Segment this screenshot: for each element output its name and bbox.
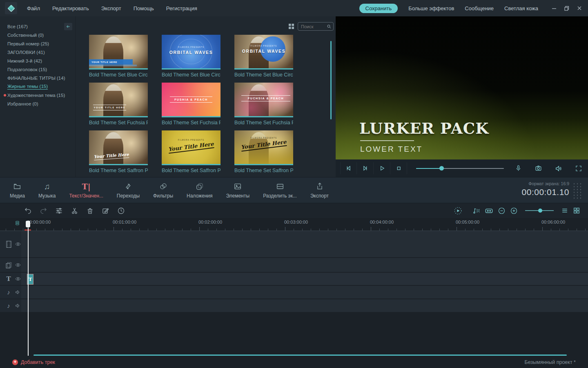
timeline: 00:00:00:00 00:01:00:00 00:02:00:00 00:0… bbox=[0, 218, 588, 368]
tab-text[interactable]: T| Текст/Значен... bbox=[65, 177, 107, 203]
category-lower-3rd[interactable]: Нижний 3-й (42) bbox=[0, 56, 75, 65]
duration-button[interactable] bbox=[117, 206, 125, 215]
video-track-icon bbox=[3, 240, 14, 249]
pip-track[interactable] bbox=[0, 258, 588, 272]
tab-elements[interactable]: Элементы bbox=[222, 177, 254, 203]
audio-track-2-mute-toggle[interactable] bbox=[15, 303, 21, 309]
category-bold-themes[interactable]: Жирные темы (15) bbox=[0, 82, 75, 91]
tab-export[interactable]: Экспорт bbox=[306, 177, 333, 203]
play-button[interactable] bbox=[374, 162, 390, 174]
add-track-button[interactable]: + Добавить трек bbox=[12, 359, 55, 365]
category-favorites[interactable]: Избранное (0) bbox=[0, 99, 75, 108]
template-card[interactable]: YOUR TITLE HERE Bold Theme Set Blue Circ… bbox=[89, 35, 148, 78]
video-track[interactable] bbox=[0, 231, 588, 257]
seek-knob[interactable] bbox=[439, 166, 444, 171]
snapshot-button[interactable] bbox=[535, 164, 542, 172]
redo-button[interactable] bbox=[39, 206, 48, 215]
close-button[interactable] bbox=[577, 5, 582, 11]
cut-button[interactable] bbox=[70, 206, 79, 215]
light-skin-link[interactable]: Светлая кожа bbox=[504, 5, 538, 11]
adjust-button[interactable] bbox=[55, 206, 63, 215]
edit-clip-button[interactable] bbox=[101, 206, 110, 215]
category-titles[interactable]: ЗАГОЛОВКИ (41) bbox=[0, 48, 75, 56]
message-link[interactable]: Сообщение bbox=[465, 5, 494, 11]
category-end-credits[interactable]: ФИНАЛЬНЫЕ ТИТРЫ (14) bbox=[0, 74, 75, 82]
library-scrollbar[interactable] bbox=[330, 41, 332, 119]
tab-split-screen[interactable]: Разделить эк... bbox=[259, 177, 301, 203]
text-track-visibility-toggle[interactable] bbox=[15, 276, 21, 282]
fullscreen-button[interactable] bbox=[575, 165, 582, 172]
tab-media[interactable]: Медиа bbox=[6, 177, 29, 203]
zoom-slider-knob[interactable] bbox=[538, 209, 542, 213]
render-preview-button[interactable] bbox=[453, 206, 463, 215]
text-track[interactable]: T bbox=[0, 273, 588, 285]
audio-track-1[interactable]: ♪ bbox=[0, 286, 588, 298]
template-card[interactable]: FILMORA PRESENTS Your Title Here Bold Th… bbox=[234, 130, 293, 173]
redo-icon bbox=[39, 206, 48, 215]
category-art-theme[interactable]: Художественная тема (15) bbox=[0, 91, 75, 99]
timeline-zoom-slider[interactable] bbox=[525, 208, 554, 213]
previous-frame-icon bbox=[345, 164, 352, 172]
timeline-ruler[interactable]: 00:00:00:00 00:01:00:00 00:02:00:00 00:0… bbox=[0, 218, 588, 231]
menu-export[interactable]: Экспорт bbox=[101, 5, 121, 11]
tab-transitions[interactable]: Переходы bbox=[113, 177, 144, 203]
preview-subtitle-text: LOWER TEXT bbox=[359, 145, 489, 154]
tab-filters[interactable]: Фильтры bbox=[149, 177, 177, 203]
zoom-in-button[interactable] bbox=[510, 206, 518, 215]
undo-button[interactable] bbox=[24, 206, 32, 215]
timeline-toolbar bbox=[0, 203, 588, 218]
category-custom[interactable]: Собственный (0) bbox=[0, 31, 75, 39]
template-card[interactable]: FILMORA PRESENTS ORBITAL WAVES Bold Them… bbox=[162, 35, 220, 78]
next-frame-button[interactable] bbox=[357, 162, 374, 174]
main-menu: Файл Редактировать Экспорт Помощь Регист… bbox=[27, 5, 197, 11]
elements-icon bbox=[233, 182, 242, 191]
category-opener[interactable]: Первый номер (25) bbox=[0, 39, 75, 48]
category-subtitle[interactable]: Подзаголовок (15) bbox=[0, 65, 75, 74]
template-card[interactable]: FUSHIA & PEACH Bold Theme Set Fuchsia P.… bbox=[162, 83, 220, 126]
seek-slider[interactable] bbox=[416, 166, 504, 171]
timeline-horizontal-scrollbar[interactable] bbox=[33, 355, 567, 356]
preview-video[interactable]: LURKER PACK LOWER TEXT bbox=[336, 16, 588, 159]
delete-button[interactable] bbox=[86, 206, 94, 215]
previous-frame-button[interactable] bbox=[340, 162, 357, 174]
app-logo[interactable] bbox=[5, 2, 17, 14]
tab-music[interactable]: ♫ Музыка bbox=[34, 177, 60, 203]
audio-mixer-button[interactable] bbox=[472, 206, 481, 215]
template-card[interactable]: YOUR TITLE HERE Bold Theme Set Fuchsia P… bbox=[89, 83, 148, 126]
split-screen-icon bbox=[276, 182, 285, 191]
template-thumbnail: FILMORA PRESENTS Your Title Here bbox=[234, 130, 293, 165]
playhead-handle[interactable] bbox=[26, 221, 30, 227]
stop-button[interactable] bbox=[390, 162, 407, 174]
volume-button[interactable] bbox=[555, 164, 563, 173]
fit-timeline-button[interactable] bbox=[484, 206, 494, 215]
menu-file[interactable]: Файл bbox=[27, 5, 40, 11]
more-effects-link[interactable]: Больше эффектов bbox=[408, 5, 454, 11]
template-card[interactable]: Your Title Here Bold Theme Set Saffron P… bbox=[89, 130, 148, 173]
video-track-visibility-toggle[interactable] bbox=[15, 241, 21, 247]
panel-drag-handle[interactable] bbox=[572, 182, 582, 200]
save-button[interactable]: Сохранить bbox=[359, 4, 398, 13]
pip-track-visibility-toggle[interactable] bbox=[15, 262, 21, 268]
zoom-out-button[interactable] bbox=[497, 206, 506, 215]
list-view-button[interactable] bbox=[561, 206, 569, 215]
snap-icon[interactable] bbox=[15, 220, 20, 226]
minimize-button[interactable] bbox=[551, 5, 557, 11]
template-card[interactable]: FUCHSIA & PEACH Bold Theme Set Fuchsia P… bbox=[234, 83, 293, 126]
playhead[interactable] bbox=[25, 221, 31, 356]
search-icon bbox=[327, 24, 332, 29]
grid-view-icon[interactable] bbox=[288, 23, 294, 29]
record-voiceover-button[interactable] bbox=[514, 164, 522, 172]
menu-register[interactable]: Регистрация bbox=[166, 5, 197, 11]
audio-track-1-mute-toggle[interactable] bbox=[15, 289, 21, 295]
template-card[interactable]: FILMORA PRESENTS ORBITAL WAVES Bold Them… bbox=[234, 35, 293, 78]
template-card[interactable]: FILMORA PRESENTS Your Title Here Bold Th… bbox=[162, 130, 220, 173]
speaker-small-icon bbox=[15, 303, 21, 309]
search-input[interactable] bbox=[298, 24, 327, 29]
maximize-button[interactable] bbox=[564, 5, 570, 11]
menu-help[interactable]: Помощь bbox=[134, 5, 154, 11]
storyboard-view-button[interactable] bbox=[572, 206, 581, 215]
collapse-sidebar-button[interactable] bbox=[64, 23, 72, 30]
tab-overlays[interactable]: Наложения bbox=[183, 177, 217, 203]
menu-edit[interactable]: Редактировать bbox=[52, 5, 89, 11]
audio-track-2[interactable]: ♪ bbox=[0, 299, 588, 312]
